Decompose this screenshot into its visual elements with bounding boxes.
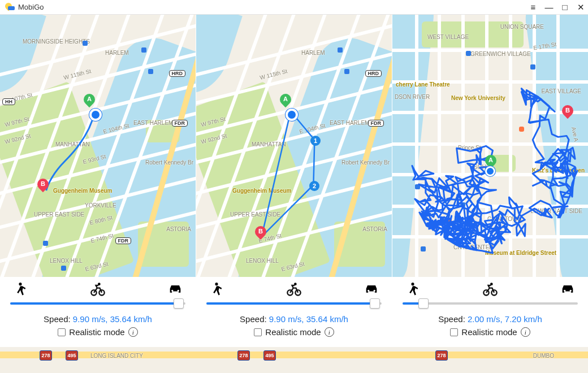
waypoint-2[interactable]: 2 xyxy=(309,181,319,191)
svg-point-14 xyxy=(491,290,496,295)
controls-1: Speed: 9.90 m/s, 35.64 km/h Realistic mo… xyxy=(0,277,196,347)
walk-icon[interactable] xyxy=(209,281,224,297)
svg-point-11 xyxy=(374,290,375,292)
interstate-shield: 495 xyxy=(66,350,78,361)
waypoint-1[interactable]: 1 xyxy=(310,136,321,146)
svg-point-9 xyxy=(294,283,297,285)
speed-slider[interactable] xyxy=(403,298,578,309)
interstate-shield: 278 xyxy=(237,350,250,361)
realistic-label: Realistic mode xyxy=(69,327,124,337)
speed-readout: Speed: 9.90 m/s, 35.64 km/h xyxy=(44,314,152,324)
map-3[interactable]: WEST VILLAGE GREENWICH VILLAGE EAST VILL… xyxy=(392,15,588,277)
svg-point-8 xyxy=(295,290,300,295)
realistic-checkbox[interactable] xyxy=(58,328,66,336)
panels-row: MORNINGSIDE HEIGHTS HARLEM EAST HARLEM M… xyxy=(0,15,588,347)
svg-point-3 xyxy=(98,283,101,285)
interstate-shield: 495 xyxy=(263,350,276,361)
app-title: MobiGo xyxy=(18,3,44,11)
car-icon[interactable] xyxy=(560,281,576,297)
svg-point-4 xyxy=(171,290,173,292)
map-label: Museum at Eldridge Street xyxy=(485,250,556,256)
svg-point-5 xyxy=(178,290,179,292)
road-shield: FDR xyxy=(115,237,132,244)
svg-point-0 xyxy=(19,283,21,285)
road-shield: HRD xyxy=(169,70,186,77)
realistic-label: Realistic mode xyxy=(461,327,517,337)
realistic-label: Realistic mode xyxy=(265,327,321,337)
minimize-button[interactable]: — xyxy=(545,2,553,12)
bottom-map-strip: 278 495 LONG ISLAND CITY 278 495 278 DUM… xyxy=(0,347,588,373)
interstate-shield: 278 xyxy=(435,350,448,361)
svg-point-16 xyxy=(564,290,565,292)
speed-readout: Speed: 9.90 m/s, 35.64 km/h xyxy=(240,314,348,324)
info-icon[interactable]: i xyxy=(521,327,530,337)
speed-slider[interactable] xyxy=(10,298,185,309)
panel-1: MORNINGSIDE HEIGHTS HARLEM EAST HARLEM M… xyxy=(0,15,196,347)
car-icon[interactable] xyxy=(364,281,379,297)
svg-point-15 xyxy=(490,283,493,285)
current-location-dot xyxy=(286,109,298,121)
controls-2: Speed: 9.90 m/s, 35.64 km/h Realistic mo… xyxy=(196,277,392,347)
info-icon[interactable]: i xyxy=(128,327,138,337)
close-button[interactable]: ✕ xyxy=(577,2,585,12)
svg-point-2 xyxy=(99,290,104,295)
speed-readout: Speed: 2.00 m/s, 7.20 km/h xyxy=(438,314,542,324)
app-logo-icon xyxy=(3,2,15,13)
current-location-dot xyxy=(89,109,102,121)
map-label: CHINATOWN xyxy=(487,216,522,222)
car-icon[interactable] xyxy=(167,281,183,297)
title-bar: MobiGo ≡ — □ ✕ xyxy=(0,0,588,15)
speed-slider[interactable] xyxy=(206,298,382,309)
svg-point-12 xyxy=(411,283,414,285)
road-shield: FDR xyxy=(172,120,188,127)
realistic-checkbox[interactable] xyxy=(254,328,262,336)
realistic-checkbox[interactable] xyxy=(450,328,458,336)
marker-b[interactable]: B xyxy=(255,226,266,241)
hamburger-icon[interactable]: ≡ xyxy=(529,2,537,12)
road-shield: HH xyxy=(2,98,15,105)
panel-2: HARLEM EAST HARLEM MANHATTAN UPPER EAST … xyxy=(196,15,392,347)
maximize-button[interactable]: □ xyxy=(561,2,569,12)
panel-3: WEST VILLAGE GREENWICH VILLAGE EAST VILL… xyxy=(392,15,588,347)
marker-a[interactable]: A xyxy=(84,94,95,109)
walk-icon[interactable] xyxy=(405,281,421,297)
controls-3: Speed: 2.00 m/s, 7.20 km/h Realistic mod… xyxy=(392,277,588,347)
window-controls: ≡ — □ ✕ xyxy=(529,2,585,12)
svg-point-17 xyxy=(570,290,572,292)
current-location-dot xyxy=(485,166,495,176)
svg-point-6 xyxy=(215,283,218,285)
marker-b[interactable]: B xyxy=(37,179,49,193)
bike-icon[interactable] xyxy=(482,281,498,297)
map-2[interactable]: HARLEM EAST HARLEM MANHATTAN UPPER EAST … xyxy=(196,15,392,277)
marker-b[interactable]: B xyxy=(562,105,573,120)
walk-icon[interactable] xyxy=(12,281,28,297)
road-shield: FDR xyxy=(368,120,384,127)
interstate-shield: 278 xyxy=(40,350,52,361)
svg-point-10 xyxy=(368,290,369,292)
bike-icon[interactable] xyxy=(90,281,106,297)
marker-a[interactable]: A xyxy=(280,94,291,109)
bike-icon[interactable] xyxy=(286,281,302,297)
map-1[interactable]: MORNINGSIDE HEIGHTS HARLEM EAST HARLEM M… xyxy=(0,15,196,277)
info-icon[interactable]: i xyxy=(325,327,334,337)
road-shield: HRD xyxy=(365,70,382,77)
map-label: New York University xyxy=(451,95,505,101)
